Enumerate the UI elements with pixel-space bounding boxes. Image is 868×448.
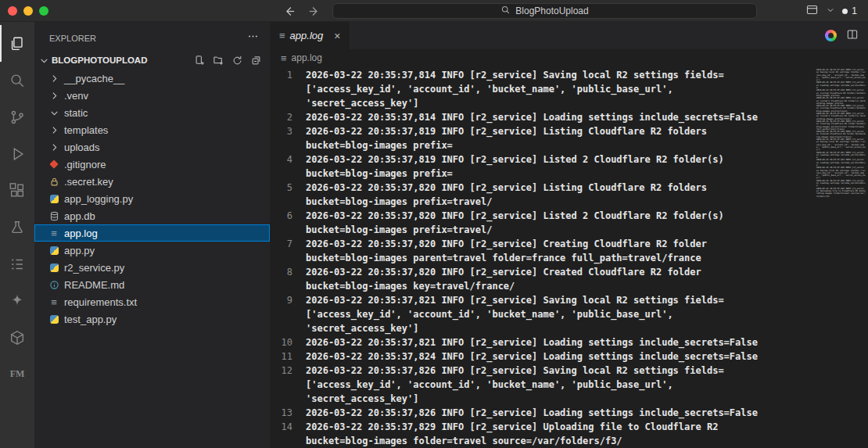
line-number: 1 — [270, 68, 306, 82]
line-number — [270, 251, 306, 265]
status-badge[interactable]: 1 — [842, 5, 857, 16]
log-text: 2026-03-22 20:35:37,814 INFO [r2_service… — [306, 68, 724, 82]
sidebar-item-app-db[interactable]: app.db — [34, 207, 270, 224]
layout-icon[interactable] — [805, 3, 819, 20]
activity-testing-icon[interactable] — [0, 209, 34, 246]
minimap[interactable]: 2026-03-22 20:35:37,814 INFO [r2_service… — [815, 66, 868, 448]
refresh-icon[interactable] — [231, 55, 243, 66]
log-line: bucket=blog-images folder=travel source=… — [270, 434, 868, 448]
activity-bar: FM — [0, 22, 34, 448]
sidebar-item-app-log[interactable]: ≡app.log — [34, 224, 270, 242]
tab-app-log[interactable]: ≡ app.log × — [270, 22, 349, 49]
line-number — [270, 378, 306, 392]
log-text: bucket=blog-images prefix=travel/ — [306, 195, 492, 209]
line-number — [270, 223, 306, 237]
minimap-content: 2026-03-22 20:35:37,814 INFO [r2_service… — [815, 66, 868, 200]
sidebar-item-templates[interactable]: templates — [34, 121, 270, 138]
item-label: app_logging.py — [64, 193, 133, 205]
item-label: r2_service.py — [64, 262, 124, 274]
chevron-down-icon — [48, 108, 60, 118]
log-line: 62026-03-22 20:35:37,820 INFO [r2_servic… — [270, 209, 868, 223]
log-text: 2026-03-22 20:35:37,820 INFO [r2_service… — [306, 209, 724, 223]
log-line: 32026-03-22 20:35:37,819 INFO [r2_servic… — [270, 124, 868, 138]
log-text: 2026-03-22 20:35:37,820 INFO [r2_service… — [306, 181, 707, 195]
line-number: 4 — [270, 152, 306, 167]
activity-run-debug-icon[interactable] — [0, 135, 34, 172]
log-text: 2026-03-22 20:35:37,829 INFO [r2_service… — [306, 420, 718, 434]
log-line: ['access_key_id', 'account_id', 'bucket_… — [270, 307, 868, 321]
log-line: 'secret_access_key'] — [270, 392, 868, 406]
python-icon — [48, 315, 60, 324]
sidebar-item-readme-md[interactable]: README.md — [34, 276, 270, 293]
back-arrow-icon[interactable] — [283, 5, 296, 18]
more-actions-icon[interactable] — [247, 30, 259, 45]
activity-search-icon[interactable] — [0, 62, 34, 99]
activity-package-icon[interactable] — [0, 319, 34, 356]
log-line: 42026-03-22 20:35:37,819 INFO [r2_servic… — [270, 152, 868, 167]
log-text: 2026-03-22 20:35:37,819 INFO [r2_service… — [306, 152, 724, 167]
sidebar-item-static[interactable]: static — [34, 104, 270, 121]
sidebar-item-test-app-py[interactable]: test_app.py — [34, 310, 270, 328]
database-icon — [48, 211, 60, 221]
new-file-icon[interactable] — [194, 55, 206, 66]
line-number: 3 — [270, 124, 306, 138]
sidebar-item--pycache-[interactable]: __pycache__ — [34, 70, 270, 87]
log-text: ['access_key_id', 'account_id', 'bucket_… — [306, 378, 673, 392]
sidebar-item--gitignore[interactable]: .gitignore — [34, 156, 270, 173]
log-text: 2026-03-22 20:35:37,824 INFO [r2_service… — [306, 349, 758, 364]
close-window-button[interactable] — [8, 6, 17, 16]
collapse-all-icon[interactable] — [250, 55, 262, 66]
chevron-down-icon[interactable] — [826, 4, 835, 18]
activity-fm-icon[interactable]: FM — [0, 356, 34, 392]
item-label: .gitignore — [64, 159, 106, 170]
activity-sparkle-icon[interactable] — [0, 282, 34, 319]
explorer-title: EXPLORER — [49, 34, 96, 43]
line-number — [270, 321, 306, 335]
colorful-circle-icon[interactable] — [825, 30, 837, 41]
log-text: bucket=blog-images prefix= — [306, 138, 453, 152]
line-number — [270, 279, 306, 293]
log-text: 2026-03-22 20:35:37,814 INFO [r2_service… — [306, 110, 758, 124]
code-area[interactable]: 12026-03-22 20:35:37,814 INFO [r2_servic… — [270, 66, 868, 448]
item-label: README.md — [64, 279, 124, 291]
new-folder-icon[interactable] — [213, 55, 224, 66]
sidebar-item--venv[interactable]: .venv — [34, 87, 270, 104]
log-text: 2026-03-22 20:35:37,820 INFO [r2_service… — [306, 265, 701, 279]
breadcrumb-label: app.log — [292, 52, 322, 63]
badge-count: 1 — [852, 5, 857, 16]
log-text: bucket=blog-images prefix= — [306, 167, 453, 181]
split-editor-icon[interactable] — [846, 28, 859, 44]
breadcrumb[interactable]: ≡ app.log — [270, 49, 868, 66]
project-name: BLOGPHOTOUPLOAD — [52, 56, 147, 65]
project-root-row[interactable]: BLOGPHOTOUPLOAD — [34, 52, 270, 69]
tab-label: app.log — [290, 30, 324, 41]
sidebar-item-app-py[interactable]: app.py — [34, 242, 270, 259]
close-tab-icon[interactable]: × — [334, 30, 340, 41]
sidebar-item-r2-service-py[interactable]: r2_service.py — [34, 259, 270, 276]
lock-icon — [48, 177, 60, 187]
log-text: bucket=blog-images folder=travel source=… — [306, 434, 622, 448]
activity-extensions-icon[interactable] — [0, 172, 34, 209]
item-label: requirements.txt — [64, 296, 137, 308]
log-text: 2026-03-22 20:35:37,820 INFO [r2_service… — [306, 237, 707, 251]
minimize-window-button[interactable] — [23, 6, 33, 16]
zoom-window-button[interactable] — [39, 6, 48, 16]
item-label: static — [64, 107, 88, 119]
line-number: 11 — [270, 349, 306, 364]
sidebar-item-app-logging-py[interactable]: app_logging.py — [34, 190, 270, 207]
log-line: 142026-03-22 20:35:37,829 INFO [r2_servi… — [270, 420, 868, 434]
sidebar-item-uploads[interactable]: uploads — [34, 138, 270, 156]
log-text: 2026-03-22 20:35:37,821 INFO [r2_service… — [306, 293, 724, 307]
line-number: 13 — [270, 406, 306, 420]
title-bar: BlogPhotoUpload 1 — [0, 0, 868, 22]
activity-explorer-icon[interactable] — [0, 25, 34, 62]
item-label: .venv — [64, 90, 88, 102]
sidebar-item-requirements-txt[interactable]: ≡requirements.txt — [34, 293, 270, 310]
activity-source-control-icon[interactable] — [0, 99, 34, 135]
chevron-down-icon — [38, 56, 50, 66]
sidebar-item--secret-key[interactable]: .secret.key — [34, 173, 270, 190]
command-center-search[interactable]: BlogPhotoUpload — [332, 3, 757, 19]
activity-outline-icon[interactable] — [0, 246, 34, 282]
log-line: bucket=blog-images prefix=travel/ — [270, 223, 868, 237]
forward-arrow-icon[interactable] — [307, 5, 321, 18]
